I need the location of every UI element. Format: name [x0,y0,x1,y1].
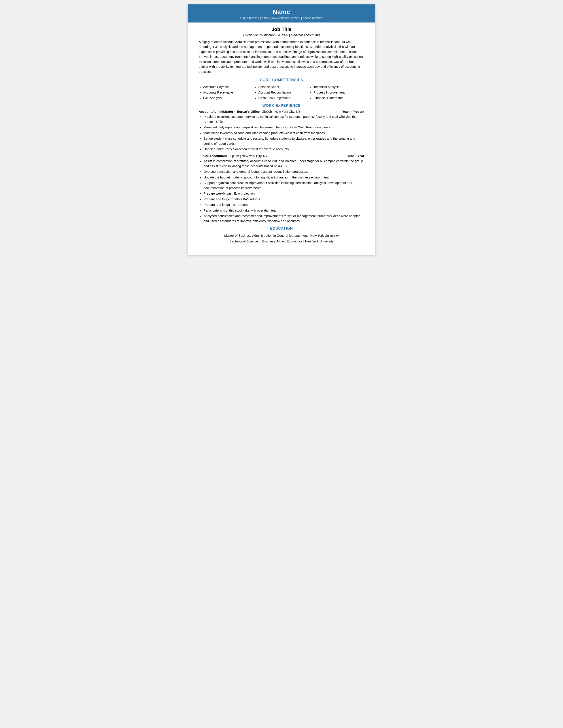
bullet-item: Update the budget model to account for s… [203,175,364,180]
bullet-item: Prepare and lodge monthly BAS returns. [203,197,364,202]
competency-item: P&L Analysis [203,95,254,101]
job-1-header: Account Administrator – Bursar's Office … [199,110,364,113]
competencies-col-1: Accounts Payable Accounts Receivable P&L… [199,84,254,101]
job-2-header: Junior Accountant | ZipJob | New York Ci… [199,154,364,158]
job-2-company: | ZipJob | New York City, NY [228,154,268,158]
resume-page: Name City, State zip | email | www.linke… [188,4,375,255]
bullet-item: Oversee transaction and general ledger a… [203,169,364,174]
bullet-item: Prepare weekly cash flow projection. [203,191,364,196]
job-1-date: Year – Present [342,110,364,113]
competencies-col-2: Balance Sheet Account Reconciliation Cas… [254,84,309,101]
bullet-item: Handled Third Party Collection referral … [203,147,364,152]
education-item-1: Master of Business Administration in Gen… [199,233,364,238]
bullet-item: Provided excellent customer service as t… [203,114,364,124]
competency-item: Technical Analysis [314,84,364,90]
job-2-bullets: Assist in compilation of statutory accou… [199,159,364,223]
bullet-item: Analyzed deficiencies and recommended im… [203,214,364,223]
bullet-item: Maintained inventory of soda and juice v… [203,131,364,135]
subtitle: Client Communication | AP/AR | General A… [199,33,364,37]
job-1-bullets: Provided excellent customer service as t… [199,114,364,152]
header-name: Name [196,8,367,15]
job-2-date: Year – Year [347,154,364,158]
competencies-grid: Accounts Payable Accounts Receivable P&L… [199,84,364,101]
bullet-item: Prepare and lodge FBT returns. [203,202,364,207]
job-title-heading: Job Title [199,26,364,32]
bullet-item: Managed daily reports and request reimbu… [203,125,364,130]
education-section: Master of Business Administration in Gen… [199,233,364,244]
competency-item: Cash Flow Projections [258,95,309,101]
resume-body: Job Title Client Communication | AP/AR |… [188,23,375,246]
bullet-item: Set up student class schedule and roster… [203,136,364,146]
competency-item: Accounts Receivable [203,90,254,95]
competency-item: Financial Statements [314,95,364,101]
competencies-col-3: Technical Analysis Process Improvement F… [309,84,364,101]
competencies-heading: CORE COMPETENCIES [199,78,364,82]
work-experience-heading: WORK EXPERIENCE [199,104,364,108]
job-1-company: | ZipJob | New York City, NY [260,110,301,113]
job-2-title: Junior Accountant | ZipJob | New York Ci… [199,154,267,158]
bullet-item: Assist in compilation of statutory accou… [203,159,364,169]
competency-item: Process Improvement [314,90,364,95]
job-1-title: Account Administrator – Bursar's Office … [199,110,301,113]
education-item-2: Bachelor of Science in Business; Minor: … [199,238,364,244]
bullet-item: Support organizational process improveme… [203,180,364,190]
header-contact: City, State zip | email | www.linkedin.c… [196,16,367,20]
competency-item: Accounts Payable [203,84,254,90]
competency-item: Balance Sheet [258,84,309,90]
education-heading: EDUCATION [199,227,364,231]
competency-item: Account Reconciliation [258,90,309,95]
header-banner: Name City, State zip | email | www.linke… [188,4,375,23]
bullet-item: Participate in monthly stock take with o… [203,208,364,213]
summary-text: A highly talented Account Administrator … [199,39,364,74]
